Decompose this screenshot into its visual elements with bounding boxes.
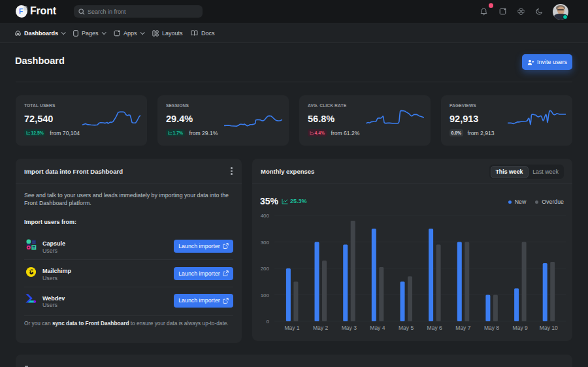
- svg-text:May 1: May 1: [284, 325, 299, 331]
- svg-text:May 6: May 6: [427, 325, 442, 331]
- svg-text:400: 400: [261, 213, 270, 219]
- svg-text:May 10: May 10: [540, 325, 558, 331]
- svg-text:May 7: May 7: [455, 325, 470, 331]
- svg-text:May 4: May 4: [370, 325, 385, 331]
- svg-text:May 9: May 9: [513, 325, 528, 331]
- svg-text:May 2: May 2: [313, 325, 328, 331]
- svg-text:100: 100: [261, 293, 270, 298]
- svg-text:May 5: May 5: [399, 325, 414, 331]
- svg-text:May 3: May 3: [342, 325, 357, 331]
- svg-text:300: 300: [261, 240, 270, 246]
- svg-text:200: 200: [261, 266, 270, 272]
- svg-text:0: 0: [267, 319, 270, 325]
- svg-text:May 8: May 8: [484, 325, 499, 331]
